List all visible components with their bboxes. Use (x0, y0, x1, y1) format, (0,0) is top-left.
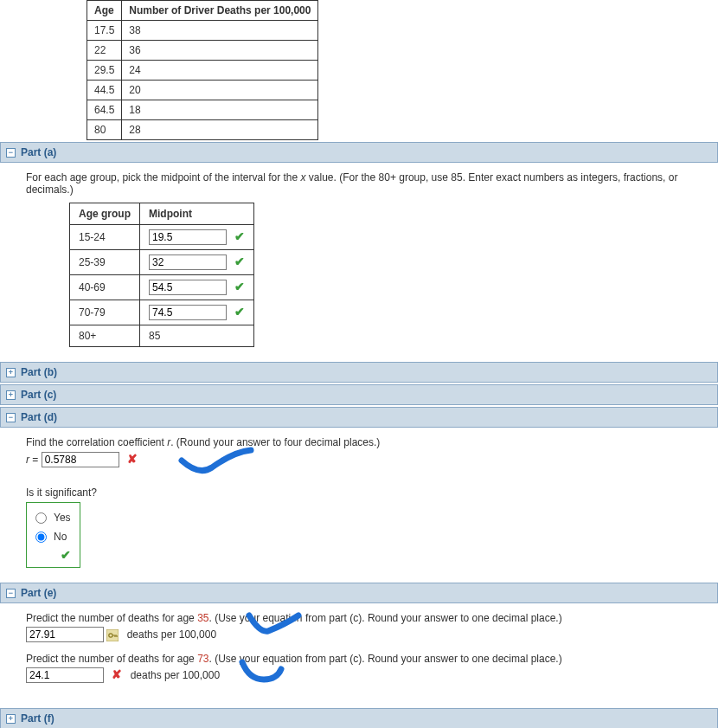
check-icon: ✔ (234, 254, 245, 268)
table-row: 8028 (87, 120, 318, 140)
part-e-q1-prompt: Predict the number of deaths for age 35.… (26, 612, 701, 624)
expand-icon: + (6, 714, 16, 724)
check-icon: ✔ (234, 280, 245, 293)
part-e-content: Predict the number of deaths for age 35.… (0, 603, 718, 706)
radio-no[interactable] (35, 532, 47, 543)
part-b-label: Part (b) (21, 366, 57, 378)
table-row: 44.520 (87, 81, 318, 100)
radio-no-label: No (54, 531, 67, 543)
table-row: 29.524 (87, 61, 318, 81)
table-row: 17.538 (87, 21, 318, 41)
part-d-prompt: Find the correlation coefficient r. (Rou… (26, 436, 701, 448)
radio-yes-label: Yes (54, 512, 71, 524)
part-c-label: Part (c) (21, 389, 56, 401)
r-input-row: r = ✘ (26, 452, 701, 467)
part-f-label: Part (f) (21, 712, 54, 725)
table-row: 40-69 ✔ (70, 275, 254, 300)
check-icon: ✔ (234, 229, 245, 243)
check-icon: ✔ (234, 305, 245, 319)
collapse-icon: − (6, 413, 16, 422)
midpoint-input-3[interactable] (149, 280, 227, 295)
collapse-icon: − (6, 589, 16, 598)
midpoint-input-1[interactable] (149, 229, 227, 245)
check-icon: ✔ (61, 548, 71, 562)
part-c-header[interactable]: + Part (c) (0, 384, 718, 405)
midpoint-table: Age group Midpoint 15-24 ✔ 25-39 ✔ 40-69… (69, 203, 254, 347)
part-a-label: Part (a) (21, 146, 56, 158)
col-header-age: Age (87, 1, 122, 21)
part-b-header[interactable]: + Part (b) (0, 362, 718, 383)
significance-radio-group: Yes No ✔ (26, 502, 80, 568)
midpoint-input-4[interactable] (149, 305, 227, 320)
table-row: 2236 (87, 41, 318, 61)
units-label: deaths per 100,000 (131, 669, 220, 681)
col-header-age-group: Age group (70, 203, 140, 225)
units-label: deaths per 100,000 (127, 628, 216, 641)
part-e-label: Part (e) (21, 587, 56, 599)
x-icon: ✘ (112, 667, 122, 681)
part-f-header[interactable]: + Part (f) (0, 708, 718, 728)
collapse-icon: − (6, 148, 16, 158)
col-header-midpoint: Midpoint (140, 203, 254, 225)
expand-icon: + (6, 368, 16, 377)
table-row: 25-39 ✔ (70, 250, 254, 275)
midpoint-input-2[interactable] (149, 254, 227, 270)
part-a-header[interactable]: − Part (a) (0, 142, 718, 163)
part-a-content: For each age group, pick the midpoint of… (0, 163, 718, 360)
part-e-header[interactable]: − Part (e) (0, 583, 718, 603)
table-row: 15-24 ✔ (70, 225, 254, 250)
part-a-prompt: For each age group, pick the midpoint of… (26, 171, 701, 196)
x-icon: ✘ (127, 452, 138, 466)
predict-73-input[interactable] (26, 667, 104, 683)
key-icon[interactable] (106, 628, 121, 641)
part-e-q2-prompt: Predict the number of deaths for age 73.… (26, 653, 701, 665)
part-d-header[interactable]: − Part (d) (0, 407, 718, 428)
table-row: 70-79 ✔ (70, 300, 254, 325)
table-row: 64.518 (87, 100, 318, 120)
r-input[interactable] (42, 452, 119, 467)
significant-question: Is it significant? (26, 486, 701, 499)
table-row: 80+ 85 (70, 325, 254, 347)
col-header-deaths: Number of Driver Deaths per 100,000 (122, 1, 318, 21)
part-d-label: Part (d) (21, 411, 57, 423)
expand-icon: + (6, 390, 16, 400)
predict-35-input[interactable] (26, 627, 104, 642)
radio-yes[interactable] (35, 512, 47, 524)
part-d-content: Find the correlation coefficient r. (Rou… (0, 428, 718, 581)
driver-deaths-table: Age Number of Driver Deaths per 100,000 … (87, 0, 318, 140)
